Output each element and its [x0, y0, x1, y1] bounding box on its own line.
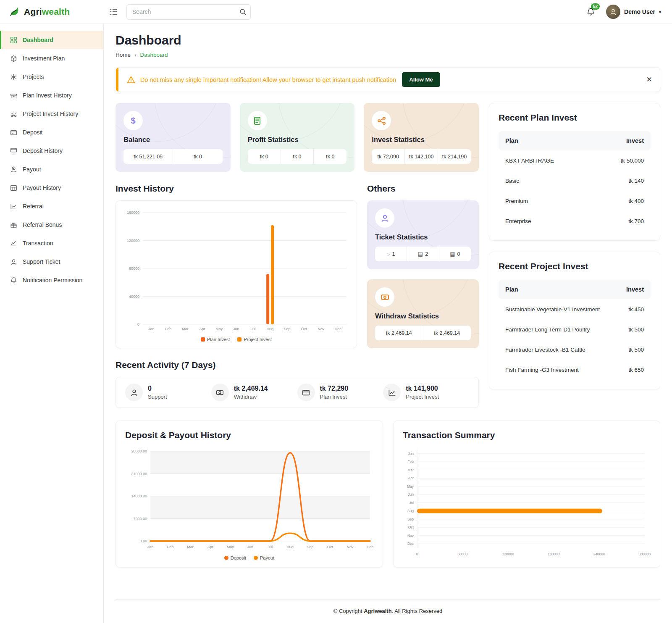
svg-text:Jan: Jan [408, 452, 414, 456]
sidebar-item-referral[interactable]: Referral [0, 197, 103, 216]
ticket-values: ◌1 ▤2 ▦0 [375, 247, 471, 261]
topbar-actions: 52 Demo User ▾ [586, 5, 661, 19]
main-content: Dashboard Home › Dashboard Do not miss a… [104, 24, 672, 623]
sidebar-item-support-ticket[interactable]: Support Ticket [0, 252, 103, 271]
sidebar-item-transaction[interactable]: Transaction [0, 234, 103, 252]
svg-text:14000.00: 14000.00 [131, 494, 147, 498]
table-row: Premiumtk 400 [499, 191, 651, 211]
plan-name: Farmtrader Long Term-D1 Poultry [505, 326, 590, 333]
sidebar-item-label: Deposit History [23, 147, 63, 154]
activity-value: 0 [148, 385, 167, 392]
sidebar-item-notification-permission[interactable]: Notification Permission [0, 271, 103, 289]
legend-label: Deposit [231, 555, 246, 560]
closed-tickets: ▦0 [439, 247, 471, 261]
svg-text:Sep: Sep [307, 545, 313, 549]
column-header: Plan [505, 137, 518, 144]
svg-text:180000: 180000 [548, 552, 560, 556]
balance-card: $ Balance tk 51,221.05 tk 0 [116, 103, 231, 172]
notification-badge: 52 [591, 3, 600, 10]
menu-toggle-icon[interactable] [110, 8, 118, 16]
invest-amount: tk 650 [628, 367, 644, 373]
recent-project-invest-card: Recent Project Invest Plan Invest Sustai… [489, 252, 660, 389]
sidebar-item-label: Investment Plan [23, 55, 65, 62]
svg-text:120000: 120000 [127, 239, 139, 243]
card-title: Balance [123, 136, 223, 144]
sidebar-item-payout[interactable]: Payout [0, 160, 103, 179]
svg-text:Jun: Jun [247, 545, 253, 549]
svg-text:Dec: Dec [367, 545, 374, 549]
balance-value: tk 0 [173, 149, 222, 164]
svg-text:Aug: Aug [287, 545, 294, 549]
invest-value: tk 214,190 [438, 149, 471, 164]
invest-amount: tk 400 [628, 198, 644, 204]
profit-value: tk 0 [281, 149, 314, 164]
table-header: Plan Invest [499, 131, 651, 150]
warning-icon [127, 76, 135, 84]
svg-text:Sep: Sep [284, 327, 291, 331]
card-title: Invest Statistics [372, 136, 471, 144]
chart-line-icon [10, 203, 17, 210]
topbar: Agriwealth 52 Demo User ▾ [0, 0, 672, 24]
deposit-payout-card: Deposit & Payout History 0.007000.001400… [116, 421, 383, 568]
legend-label: Payout [260, 555, 274, 560]
svg-text:Sep: Sep [407, 517, 414, 521]
profit-values: tk 0 tk 0 tk 0 [248, 149, 347, 164]
svg-text:Jul: Jul [251, 327, 256, 331]
network-icon [372, 111, 391, 130]
close-icon[interactable]: ✕ [646, 76, 652, 83]
person-icon [10, 258, 17, 265]
svg-text:Feb: Feb [165, 327, 172, 331]
invest-amount: tk 700 [628, 218, 644, 224]
activity-value: tk 2,469.14 [234, 385, 268, 392]
sidebar-item-dashboard[interactable]: Dashboard [0, 31, 103, 49]
recent-activity-card: 0Support tk 2,469.14Withdraw tk 72,290Pl… [116, 377, 479, 408]
sidebar-item-label: Plan Invest History [23, 92, 72, 99]
gift-icon [10, 221, 17, 229]
allow-me-button[interactable]: Allow Me [402, 72, 440, 87]
card-stack-icon [10, 147, 17, 155]
sidebar-item-deposit-history[interactable]: Deposit History [0, 142, 103, 160]
breadcrumb: Home › Dashboard [116, 52, 660, 58]
svg-text:May: May [215, 327, 223, 331]
user-menu[interactable]: Demo User ▾ [606, 5, 661, 19]
svg-text:Dec: Dec [407, 542, 414, 546]
search-input[interactable] [126, 4, 251, 20]
sidebar-item-investment-plan[interactable]: Investment Plan [0, 49, 103, 68]
svg-text:Apr: Apr [207, 545, 213, 549]
card-title: Ticket Statistics [375, 233, 471, 241]
footer: © Copyright Agriwealth. All Rights Reser… [116, 599, 660, 623]
sidebar-item-deposit[interactable]: Deposit [0, 123, 103, 142]
user-name: Demo User [624, 8, 655, 15]
sidebar-item-label: Transaction [23, 240, 53, 247]
sidebar-item-projects[interactable]: Projects [0, 68, 103, 86]
svg-text:0.00: 0.00 [139, 539, 147, 543]
legend-item[interactable]: Deposit [224, 555, 246, 561]
section-title: Invest History [116, 184, 357, 194]
search-icon[interactable] [236, 6, 249, 18]
legend-item[interactable]: Plan Invest [201, 336, 230, 343]
card-title: Withdraw Statistics [375, 312, 471, 320]
sidebar-item-payout-history[interactable]: Payout History [0, 179, 103, 197]
svg-text:80000: 80000 [129, 266, 139, 271]
page-title: Dashboard [116, 33, 660, 47]
svg-text:May: May [407, 484, 414, 489]
sidebar-item-project-invest-history[interactable]: Project Invest History [0, 105, 103, 123]
svg-text:28000.00: 28000.00 [131, 449, 147, 453]
svg-text:Nov: Nov [407, 534, 414, 538]
legend-item[interactable]: Payout [254, 555, 274, 561]
trend-icon [10, 240, 17, 247]
notifications-button[interactable]: 52 [586, 8, 595, 16]
column-header: Invest [626, 286, 644, 293]
svg-text:Oct: Oct [301, 327, 307, 331]
chart-line-icon [383, 384, 401, 401]
sidebar-item-plan-invest-history[interactable]: Plan Invest History [0, 86, 103, 105]
left-column: $ Balance tk 51,221.05 tk 0 Profit Stati… [116, 103, 479, 408]
brand-logo[interactable]: Agriwealth [0, 6, 104, 17]
legend-item[interactable]: Project Invest [237, 336, 272, 343]
push-notification-banner: Do not miss any single important notific… [116, 67, 660, 92]
breadcrumb-home[interactable]: Home [116, 52, 131, 58]
breadcrumb-current: Dashboard [140, 52, 168, 58]
activity-value: tk 141,900 [406, 385, 439, 392]
sidebar-item-referral-bonus[interactable]: Referral Bonus [0, 216, 103, 234]
table-row: Farmtrader Livestock -B1 Cattletk 500 [499, 339, 651, 360]
